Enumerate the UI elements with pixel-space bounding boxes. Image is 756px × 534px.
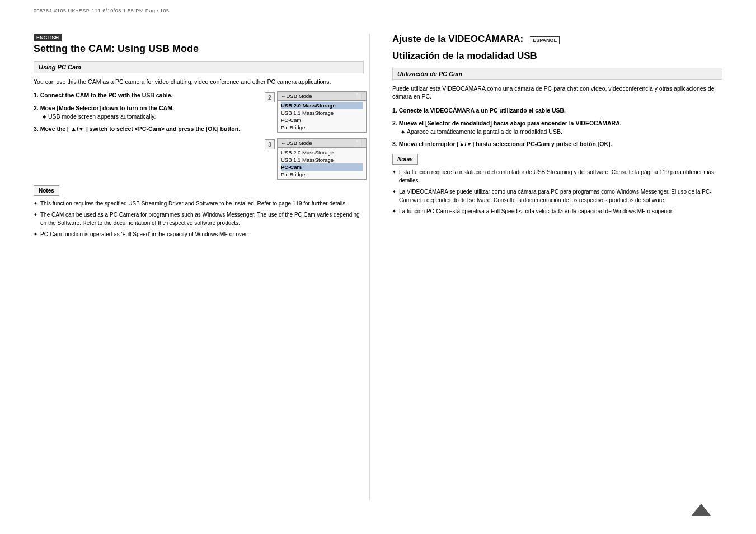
notes-label: Notes [34, 185, 59, 196]
menu-item-pccam-3: PC-Cam [281, 163, 363, 171]
nota-item-2: La VIDEOCÁMARA se puede utilizar como un… [392, 188, 722, 204]
menu-item-usb20-3: USB 2.0 MassStorage [281, 149, 363, 156]
usb-screen-2: ←USB Mode ⬜ USB 2.0 MassStorage USB 1.1 … [277, 91, 367, 133]
note-item-2: The CAM can be used as a PC Camera for p… [34, 210, 364, 227]
page-num-triangle-shape [691, 504, 711, 516]
right-step-1-num: 1. [392, 107, 399, 114]
left-section-title: Setting the CAM: Using USB Mode [34, 43, 364, 55]
page-container: 00876J X105 UK+ESP-111 6/10/05 1:55 PM P… [0, 0, 756, 534]
right-step-1: 1. Conecte la VIDEOCÁMARA a un PC utiliz… [392, 106, 722, 115]
step-3-num: 3. [34, 125, 40, 132]
right-step-1-text: Conecte la VIDEOCÁMARA a un PC utilizand… [399, 107, 566, 114]
step-2-bullet: USB mode screen appears automatically. [43, 113, 257, 121]
screen-wrapper-3: 3 ←USB Mode ⬜ USB 2.0 MassStorage USB 1.… [277, 138, 364, 180]
doc-header-text: 00876J X105 UK+ESP-111 6/10/05 1:55 PM P… [34, 8, 169, 13]
steps-list: 1. Connect the CAM to the PC with the US… [34, 91, 257, 133]
doc-header: 00876J X105 UK+ESP-111 6/10/05 1:55 PM P… [34, 8, 169, 13]
right-step-2-bullet: Aparece automáticamente la pantalla de l… [401, 128, 722, 136]
right-step-2-num: 2. [392, 120, 399, 127]
menu-item-pccam-2: PC-Cam [281, 116, 363, 124]
steps-images: 2 ←USB Mode ⬜ USB 2.0 MassStorage USB 1.… [263, 91, 364, 180]
col-left-english: ENGLISH Setting the CAM: Using USB Mode … [34, 34, 370, 500]
col-right-spanish: Ajuste de la VIDEOCÁMARA: ESPAÑOL Utiliz… [387, 34, 722, 500]
left-desc: You can use this the CAM as a PC camera … [34, 78, 364, 86]
page-number-container: 105 [691, 504, 711, 517]
notas-section: Notas Esta función requiere la instalaci… [392, 154, 722, 216]
menu-item-usb11-3: USB 1.1 MassStorage [281, 156, 363, 163]
right-steps-list: 1. Conecte la VIDEOCÁMARA a un PC utiliz… [392, 106, 722, 148]
spanish-badge: ESPAÑOL [530, 36, 560, 44]
usb-screen-3: ←USB Mode ⬜ USB 2.0 MassStorage USB 1.1 … [277, 138, 367, 180]
right-section-title-line1: Ajuste de la VIDEOCÁMARA: [392, 34, 523, 45]
screen-label-3: 3 [265, 139, 275, 149]
two-column-layout: ENGLISH Setting the CAM: Using USB Mode … [34, 34, 722, 500]
notas-list: Esta función requiere la instalación del… [392, 168, 722, 216]
right-step-3-num: 3. [392, 140, 399, 147]
menu-item-usb20-2: USB 2.0 MassStorage [281, 102, 363, 109]
english-badge: ENGLISH [34, 34, 62, 41]
usb-screen-3-body: USB 2.0 MassStorage USB 1.1 MassStorage … [278, 148, 366, 179]
usb-screen-2-header: ←USB Mode ⬜ [278, 92, 366, 101]
usb-screen-3-header: ←USB Mode ⬜ [278, 139, 366, 148]
right-desc: Puede utilizar esta VIDEOCÁMARA como una… [392, 85, 722, 101]
screen-label-2: 2 [265, 92, 275, 102]
right-subsection-header: Utilización de PC Cam [392, 68, 722, 80]
usb-screen-2-body: USB 2.0 MassStorage USB 1.1 MassStorage … [278, 101, 366, 132]
steps-text: 1. Connect the CAM to the PC with the US… [34, 91, 257, 180]
page-num-triangle-wrapper: 105 [691, 504, 711, 517]
note-item-1: This function requires the specified USB… [34, 199, 364, 208]
step-1-text: Connect the CAM to the PC with the USB c… [40, 92, 173, 99]
screen-icon-2: ⬜ [356, 93, 363, 99]
usb-mode-label-3: ←USB Mode [281, 140, 312, 146]
usb-mode-label-2: ←USB Mode [281, 93, 312, 99]
step-2-num: 2. [34, 105, 40, 111]
screen-wrapper-2: 2 ←USB Mode ⬜ USB 2.0 MassStorage USB 1.… [277, 91, 364, 133]
step-2-text: Move [Mode Selector] down to turn on the… [40, 105, 174, 111]
steps-area: 1. Connect the CAM to the PC with the US… [34, 91, 364, 180]
right-section-title-line2: Utilización de la modalidad USB [392, 50, 722, 62]
right-step-2: 2. Mueva el [Selector de modalidad] haci… [392, 119, 722, 135]
right-title-area: Ajuste de la VIDEOCÁMARA: ESPAÑOL Utiliz… [392, 34, 722, 62]
menu-item-usb11-2: USB 1.1 MassStorage [281, 109, 363, 116]
right-step-2-text: Mueva el [Selector de modalidad] hacia a… [399, 120, 622, 127]
step-3: 3. Move the [ ▲/▼ ] switch to select <PC… [34, 125, 257, 133]
left-subsection-header: Using PC Cam [34, 61, 364, 73]
step-1-num: 1. [34, 92, 40, 99]
notas-label: Notas [392, 154, 418, 165]
right-step-3-text: Mueva el interruptor [▲/▼] hasta selecci… [399, 140, 612, 147]
step-3-text: Move the [ ▲/▼ ] switch to select <PC-Ca… [40, 125, 240, 132]
main-content: ENGLISH Setting the CAM: Using USB Mode … [34, 34, 722, 500]
page-number: 105 [697, 522, 706, 528]
menu-item-pictbridge-3: PictBridge [281, 171, 363, 178]
step-2: 2. Move [Mode Selector] down to turn on … [34, 104, 257, 120]
right-step-3: 3. Mueva el interruptor [▲/▼] hasta sele… [392, 140, 722, 148]
note-item-3: PC-Cam function is operated as 'Full Spe… [34, 230, 364, 238]
nota-item-1: Esta función requiere la instalación del… [392, 168, 722, 185]
nota-item-3: La función PC-Cam está operativa a Full … [392, 207, 722, 216]
notes-section: Notes This function requires the specifi… [34, 185, 364, 238]
screen-icon-3: ⬜ [356, 140, 363, 146]
notes-list: This function requires the specified USB… [34, 199, 364, 238]
step-1: 1. Connect the CAM to the PC with the US… [34, 91, 257, 100]
menu-item-pictbridge-2: PictBridge [281, 124, 363, 131]
